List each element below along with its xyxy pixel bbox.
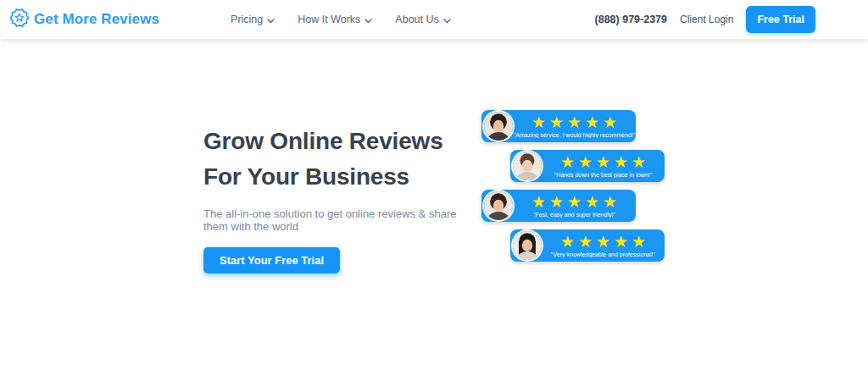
phone-number[interactable]: (888) 979-2379 [595, 14, 667, 25]
review-quote: "Very knowledgeable and professional!" [551, 251, 655, 257]
start-free-trial-button[interactable]: Start Your Free Trial [203, 247, 340, 273]
avatar [513, 231, 542, 260]
chevron-down-icon [267, 14, 275, 26]
client-login-link[interactable]: Client Login [680, 14, 733, 25]
review-card: ★★★★★ "Very knowledgeable and profession… [510, 229, 665, 262]
chevron-down-icon [443, 14, 451, 26]
review-cards: ★★★★★ "Amazing service. I would highly r… [481, 110, 665, 269]
header: Get More Reviews Pricing How It Works Ab… [0, 0, 868, 39]
review-card: ★★★★★ "Amazing service. I would highly r… [481, 110, 636, 142]
hero-heading: Grow Online Reviews For Your Business [203, 124, 483, 195]
main-nav: Pricing How It Works About Us [231, 14, 451, 26]
badge-star-icon [8, 7, 31, 32]
star-rating: ★★★★★ [528, 194, 620, 210]
logo-text: Get More Reviews [34, 11, 159, 28]
logo[interactable]: Get More Reviews [8, 7, 159, 32]
review-quote: "Amazing service. I would highly recomme… [514, 132, 635, 138]
nav-label: About Us [395, 14, 438, 25]
nav-item-about-us[interactable]: About Us [395, 14, 450, 26]
review-body: ★★★★★ "Very knowledgeable and profession… [542, 234, 665, 257]
nav-label: How It Works [298, 14, 360, 25]
nav-label: Pricing [231, 14, 263, 25]
review-quote: "Fast, easy and super friendly!" [533, 212, 615, 218]
avatar [484, 112, 513, 141]
review-body: ★★★★★ "Fast, easy and super friendly!" [513, 194, 636, 218]
hero-heading-line1: Grow Online Reviews [203, 128, 443, 154]
free-trial-button[interactable]: Free Trial [746, 6, 815, 33]
avatar [484, 191, 513, 220]
star-rating: ★★★★★ [528, 114, 620, 130]
avatar [513, 152, 542, 180]
hero-subtitle: The all-in-one solution to get online re… [203, 207, 483, 233]
chevron-down-icon [364, 14, 372, 26]
star-rating: ★★★★★ [557, 154, 649, 170]
header-right: (888) 979-2379 Client Login Free Trial [595, 6, 815, 33]
review-body: ★★★★★ "Amazing service. I would highly r… [513, 114, 636, 138]
nav-item-how-it-works[interactable]: How It Works [298, 14, 372, 26]
review-card: ★★★★★ "Hands down the best place in town… [510, 150, 665, 182]
star-rating: ★★★★★ [557, 234, 649, 250]
review-card: ★★★★★ "Fast, easy and super friendly!" [481, 190, 636, 222]
hero-copy: Grow Online Reviews For Your Business Th… [203, 124, 483, 273]
nav-item-pricing[interactable]: Pricing [231, 14, 275, 26]
hero-heading-line2: For Your Business [203, 163, 409, 190]
review-body: ★★★★★ "Hands down the best place in town… [542, 154, 665, 178]
review-quote: "Hands down the best place in town!" [554, 172, 652, 178]
